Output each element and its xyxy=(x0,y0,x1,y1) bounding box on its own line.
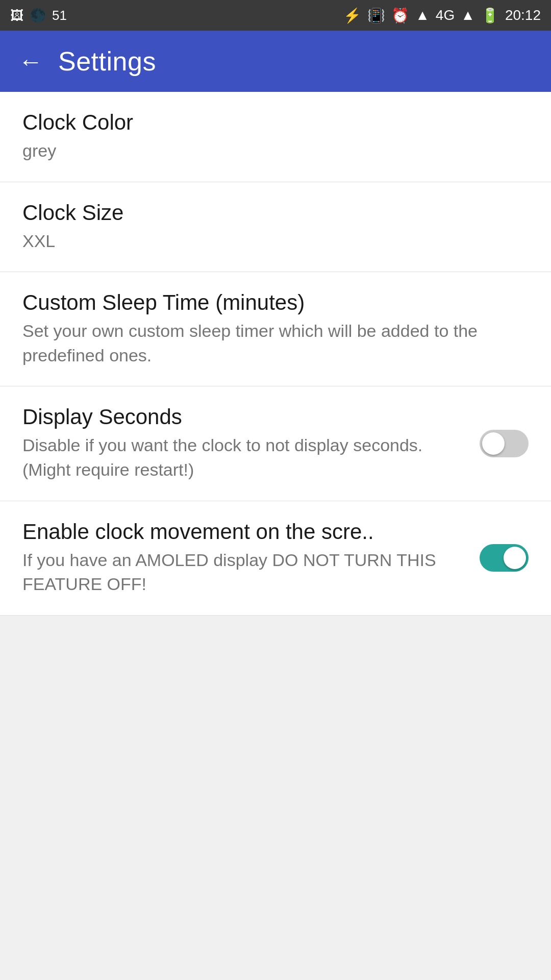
display-seconds-toggle-thumb xyxy=(482,432,505,455)
empty-area xyxy=(0,616,551,922)
clock-color-title: Clock Color xyxy=(22,110,529,135)
clock-movement-toggle-container xyxy=(480,544,529,572)
settings-list: Clock Color grey Clock Size XXL Custom S… xyxy=(0,92,551,616)
battery-icon: 🔋 xyxy=(481,7,499,24)
back-button[interactable]: ← xyxy=(18,47,43,76)
display-seconds-subtitle: Disable if you want the clock to not dis… xyxy=(22,433,469,482)
settings-item-display-seconds-content: Display Seconds Disable if you want the … xyxy=(22,405,469,482)
display-seconds-toggle-container xyxy=(480,430,529,457)
custom-sleep-title: Custom Sleep Time (minutes) xyxy=(22,290,529,315)
signal-icon: ▲ xyxy=(461,7,475,23)
page-title: Settings xyxy=(58,46,156,77)
settings-item-clock-size[interactable]: Clock Size XXL xyxy=(0,182,551,273)
clock-movement-title: Enable clock movement on the scre.. xyxy=(22,520,469,544)
custom-sleep-subtitle: Set your own custom sleep timer which wi… xyxy=(22,319,529,368)
settings-item-clock-size-content: Clock Size XXL xyxy=(22,201,529,254)
clock-size-title: Clock Size xyxy=(22,201,529,225)
settings-item-custom-sleep[interactable]: Custom Sleep Time (minutes) Set your own… xyxy=(0,272,551,386)
status-bar: 🖼 🌑 51 ⚡ 📳 ⏰ ▲ 4G ▲ 🔋 20:12 xyxy=(0,0,551,31)
vibrate-icon: 📳 xyxy=(367,7,385,24)
display-seconds-title: Display Seconds xyxy=(22,405,469,429)
settings-item-display-seconds[interactable]: Display Seconds Disable if you want the … xyxy=(0,386,551,501)
bluetooth-icon: ⚡ xyxy=(343,7,361,24)
settings-item-clock-movement-content: Enable clock movement on the scre.. If y… xyxy=(22,520,469,597)
clock-size-subtitle: XXL xyxy=(22,229,529,254)
photo-icon: 🖼 xyxy=(10,8,23,23)
clock-movement-toggle-thumb xyxy=(504,547,526,569)
alarm-icon: ⏰ xyxy=(391,7,409,24)
battery-number: 51 xyxy=(52,8,67,23)
network-type: 4G xyxy=(436,7,455,23)
clock-time: 20:12 xyxy=(505,7,541,23)
settings-item-custom-sleep-content: Custom Sleep Time (minutes) Set your own… xyxy=(22,290,529,368)
settings-item-clock-color[interactable]: Clock Color grey xyxy=(0,92,551,182)
clock-color-subtitle: grey xyxy=(22,139,529,163)
app-bar: ← Settings xyxy=(0,31,551,92)
clock-movement-subtitle: If you have an AMOLED display DO NOT TUR… xyxy=(22,548,469,597)
display-seconds-toggle[interactable] xyxy=(480,430,529,457)
weather-icon: 🌑 xyxy=(30,8,46,23)
settings-item-clock-movement[interactable]: Enable clock movement on the scre.. If y… xyxy=(0,501,551,616)
status-right: ⚡ 📳 ⏰ ▲ 4G ▲ 🔋 20:12 xyxy=(343,7,541,24)
clock-movement-toggle[interactable] xyxy=(480,544,529,572)
wifi-icon: ▲ xyxy=(415,7,430,23)
settings-item-clock-color-content: Clock Color grey xyxy=(22,110,529,163)
status-left: 🖼 🌑 51 xyxy=(10,8,67,23)
